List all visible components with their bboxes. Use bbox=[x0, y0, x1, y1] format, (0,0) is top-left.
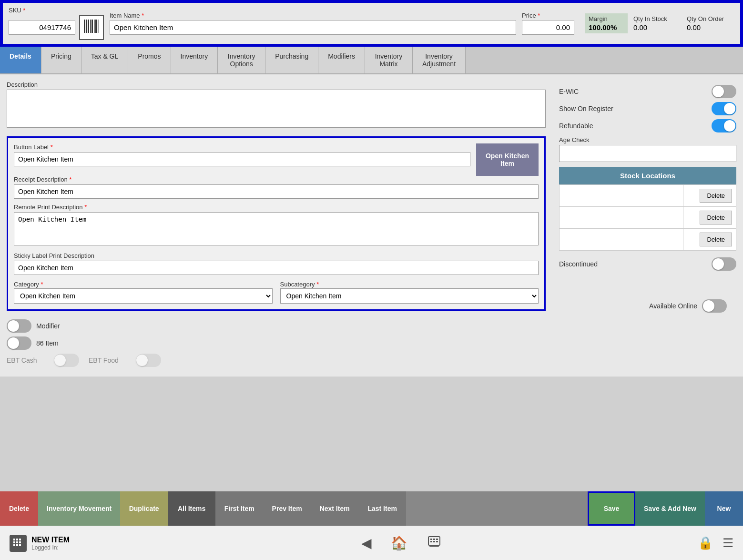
tab-inventory-matrix[interactable]: InventoryMatrix bbox=[365, 47, 413, 73]
button-label-input[interactable] bbox=[14, 152, 470, 166]
ebt-cash-toggle bbox=[54, 354, 79, 367]
tab-modifiers[interactable]: Modifiers bbox=[318, 47, 365, 73]
svg-rect-11 bbox=[13, 541, 15, 543]
register-svg-icon bbox=[427, 534, 442, 549]
delete-stock-3-button[interactable]: Delete bbox=[700, 233, 732, 246]
all-items-button[interactable]: All Items bbox=[168, 491, 215, 526]
button-label-label: Button Label * bbox=[14, 143, 470, 151]
nav-logo: NEW ITEM Logged In: bbox=[10, 535, 105, 552]
button-label-input-wrap: Button Label * bbox=[14, 143, 470, 171]
first-item-button[interactable]: First Item bbox=[215, 491, 263, 526]
svg-rect-4 bbox=[92, 20, 93, 33]
svg-rect-3 bbox=[90, 20, 91, 33]
duplicate-button[interactable]: Duplicate bbox=[120, 491, 168, 526]
sticky-label-label: Sticky Label Print Description bbox=[14, 252, 539, 259]
stock-location-delete-cell: Delete bbox=[683, 229, 736, 251]
tab-purchasing[interactable]: Purchasing bbox=[265, 47, 318, 73]
discontinued-toggle[interactable] bbox=[712, 257, 736, 271]
table-row: Delete bbox=[560, 185, 736, 207]
refundable-row: Refundable bbox=[559, 119, 736, 132]
lock-icon[interactable]: 🔒 bbox=[698, 536, 713, 550]
sticky-label-group: Sticky Label Print Description bbox=[14, 252, 539, 275]
ebt-food-toggle bbox=[136, 354, 161, 367]
qty-in-stock-value: 0.00 bbox=[633, 23, 681, 31]
description-group: Description bbox=[7, 81, 546, 130]
description-textarea[interactable] bbox=[7, 90, 546, 128]
save-button[interactable]: Save bbox=[588, 491, 635, 526]
prev-item-button[interactable]: Prev Item bbox=[263, 491, 311, 526]
ewic-row: E-WIC bbox=[559, 85, 736, 98]
barcode-button[interactable] bbox=[79, 15, 104, 40]
receipt-description-label: Receipt Description * bbox=[14, 176, 539, 183]
modifier-toggle[interactable] bbox=[7, 319, 31, 333]
stock-location-delete-cell: Delete bbox=[683, 185, 736, 207]
delete-button[interactable]: Delete bbox=[0, 491, 38, 526]
item-86-label: 86 Item bbox=[36, 339, 84, 347]
menu-icon[interactable]: ☰ bbox=[723, 536, 733, 550]
svg-rect-0 bbox=[84, 20, 85, 33]
save-add-new-button[interactable]: Save & Add New bbox=[635, 491, 705, 526]
price-input[interactable] bbox=[522, 20, 574, 35]
qty-on-order-value: 0.00 bbox=[687, 23, 734, 31]
tab-inventory-adjustment[interactable]: InventoryAdjustment bbox=[413, 47, 466, 73]
tab-inventory-options[interactable]: InventoryOptions bbox=[218, 47, 265, 73]
tab-details[interactable]: Details bbox=[0, 47, 41, 73]
margin-section: Margin 100.00% bbox=[585, 13, 628, 33]
remote-print-group: Remote Print Description * Open Kitchen … bbox=[14, 204, 539, 247]
button-preview: Open KitchenItem bbox=[476, 143, 539, 176]
category-select[interactable]: Open Kitchen Item bbox=[14, 288, 273, 304]
svg-rect-20 bbox=[436, 539, 438, 540]
qty-in-stock-label: Qty In Stock bbox=[633, 15, 681, 22]
left-panel: Description Button Label * Open bbox=[0, 74, 552, 377]
delete-stock-2-button[interactable]: Delete bbox=[700, 211, 732, 224]
item-name-input[interactable] bbox=[110, 20, 516, 35]
subcategory-group: Subcategory * Open Kitchen Item bbox=[280, 280, 539, 304]
tab-inventory[interactable]: Inventory bbox=[171, 47, 218, 73]
stock-locations-section: Stock Locations Delete Delete bbox=[559, 167, 736, 251]
svg-rect-18 bbox=[430, 539, 432, 540]
remote-print-label: Remote Print Description * bbox=[14, 204, 539, 211]
refundable-toggle[interactable] bbox=[712, 119, 736, 132]
item-name-section: Item Name * bbox=[110, 12, 516, 35]
sticky-label-input[interactable] bbox=[14, 261, 539, 275]
tab-pricing[interactable]: Pricing bbox=[41, 47, 81, 73]
remote-print-textarea[interactable]: Open Kitchen Item bbox=[14, 212, 539, 245]
tab-tax-gl[interactable]: Tax & GL bbox=[81, 47, 129, 73]
svg-rect-13 bbox=[19, 541, 21, 543]
ewic-toggle[interactable] bbox=[712, 85, 736, 98]
sku-input[interactable] bbox=[9, 20, 75, 35]
discontinued-row: Discontinued bbox=[559, 257, 736, 271]
home-icon[interactable]: 🏠 bbox=[391, 535, 407, 551]
receipt-description-input[interactable] bbox=[14, 184, 539, 199]
svg-rect-23 bbox=[436, 541, 438, 542]
subcategory-select[interactable]: Open Kitchen Item bbox=[280, 288, 539, 304]
item-86-row: 86 Item bbox=[7, 336, 546, 350]
back-icon[interactable]: ◀ bbox=[361, 535, 372, 551]
svg-rect-1 bbox=[86, 20, 87, 33]
qty-on-order-section: Qty On Order 0.00 bbox=[687, 15, 734, 31]
last-item-button[interactable]: Last Item bbox=[358, 491, 406, 526]
grid-icon bbox=[12, 538, 24, 549]
stock-locations-header: Stock Locations bbox=[559, 167, 736, 184]
tab-promos[interactable]: Promos bbox=[128, 47, 171, 73]
available-online-toggle[interactable] bbox=[702, 299, 727, 313]
nav-logo-text-group: NEW ITEM Logged In: bbox=[31, 535, 70, 551]
price-section: Price * bbox=[522, 12, 579, 35]
show-on-register-toggle[interactable] bbox=[712, 102, 736, 115]
price-label: Price * bbox=[522, 12, 579, 19]
age-check-input[interactable] bbox=[559, 145, 736, 162]
qty-on-order-label: Qty On Order bbox=[687, 15, 734, 22]
subcategory-label: Subcategory * bbox=[280, 281, 319, 288]
svg-rect-24 bbox=[429, 545, 439, 547]
ebt-row: EBT Cash EBT Food bbox=[7, 354, 546, 367]
inventory-movement-button[interactable]: Inventory Movement bbox=[38, 491, 120, 526]
svg-rect-12 bbox=[16, 541, 18, 543]
delete-stock-1-button[interactable]: Delete bbox=[700, 189, 732, 203]
item-86-toggle[interactable] bbox=[7, 336, 31, 350]
next-item-button[interactable]: Next Item bbox=[311, 491, 358, 526]
ebt-food-label: EBT Food bbox=[89, 356, 127, 364]
register-icon[interactable] bbox=[427, 534, 442, 552]
new-button[interactable]: New bbox=[705, 491, 743, 526]
svg-rect-22 bbox=[433, 541, 435, 542]
margin-value: 100.00% bbox=[589, 23, 624, 31]
